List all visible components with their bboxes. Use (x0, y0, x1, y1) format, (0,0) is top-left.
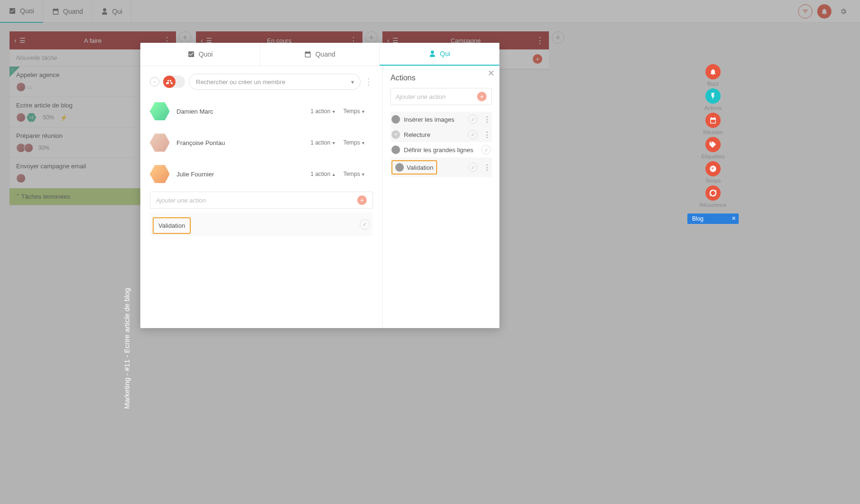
avatar (150, 101, 170, 121)
modal-left-panel: − Rechercher ou créer un membre ⋮ Damien… (140, 66, 383, 213)
plus-icon[interactable]: + (477, 92, 487, 101)
modal-tab-quand[interactable]: Quand (260, 43, 380, 66)
add-action-input[interactable]: Ajouter une action+ (150, 192, 373, 209)
rail-actions-button[interactable] (705, 88, 721, 104)
close-icon[interactable]: ✕ (488, 68, 495, 78)
action-item[interactable]: + Relecture ✓ ⋮ (391, 127, 492, 142)
kebab-icon[interactable]: ⋮ (483, 163, 491, 172)
side-rail: Buzz Actions Réunion Étiquettes Temps Ré… (687, 64, 739, 213)
check-button[interactable]: ✓ (481, 145, 491, 155)
avatar (391, 115, 400, 124)
time-dropdown[interactable]: Temps (343, 108, 364, 115)
actions-dropdown[interactable]: 1 action (311, 108, 335, 115)
member-row: Damien Marc 1 action Temps (150, 96, 373, 127)
refresh-icon (709, 189, 717, 197)
time-dropdown[interactable]: Temps (343, 171, 364, 177)
task-modal: Quoi Quand Qui − Rechercher ou créer un … (140, 43, 499, 213)
avatar (150, 164, 170, 184)
check-button[interactable]: ✓ (468, 115, 478, 124)
kebab-icon[interactable]: ⋮ (483, 130, 491, 139)
member-toggle[interactable] (163, 76, 185, 88)
add-assignee-icon[interactable]: + (391, 130, 400, 139)
rail-time-button[interactable] (705, 161, 721, 176)
avatar (395, 163, 404, 172)
time-dropdown[interactable]: Temps (343, 139, 364, 146)
modal-tabs: Quoi Quand Qui (140, 43, 499, 66)
modal-tab-qui[interactable]: Qui (380, 43, 499, 66)
rail-buzz-button[interactable] (705, 64, 721, 79)
people-icon (166, 78, 173, 85)
collapse-button[interactable]: − (150, 77, 159, 87)
tag-icon (709, 141, 717, 148)
action-item[interactable]: Validation ✓ ⋮ (391, 157, 492, 177)
kebab-icon[interactable]: ⋮ (364, 77, 373, 87)
modal-tab-quoi[interactable]: Quoi (140, 43, 260, 66)
modal-right-panel: ✕ Actions Ajouter une action+ Insérer le… (383, 66, 499, 213)
person-icon (429, 50, 436, 58)
check-icon (187, 50, 195, 58)
action-item[interactable]: Insérer les images ✓ ⋮ (391, 112, 492, 127)
check-button[interactable]: ✓ (468, 163, 478, 172)
actions-heading: Actions (391, 74, 492, 82)
member-search-input[interactable]: Rechercher ou créer un membre (189, 74, 361, 90)
member-row: Julie Fournier 1 action Temps (150, 158, 373, 190)
calendar-icon (709, 116, 717, 124)
member-row: Françoise Pontau 1 action Temps (150, 127, 373, 158)
actions-dropdown[interactable]: 1 action (311, 171, 335, 177)
action-item[interactable]: Définir les grandes lignes ✓ (391, 142, 492, 157)
avatar (150, 133, 170, 153)
actions-dropdown[interactable]: 1 action (311, 139, 335, 146)
calendar-icon (304, 50, 312, 58)
bolt-icon (709, 92, 717, 100)
check-button[interactable]: ✓ (468, 130, 478, 139)
add-action-input[interactable]: Ajouter une action+ (391, 88, 492, 105)
plus-icon[interactable]: + (357, 195, 367, 205)
rail-labels-button[interactable] (705, 137, 721, 152)
clock-icon (709, 165, 717, 173)
avatar (391, 145, 400, 154)
rail-meeting-button[interactable] (705, 113, 721, 128)
sub-action-row: Validation ✓ (150, 213, 373, 213)
rail-recurrence-button[interactable] (705, 185, 721, 201)
kebab-icon[interactable]: ⋮ (483, 115, 491, 124)
bell-icon (709, 68, 717, 76)
